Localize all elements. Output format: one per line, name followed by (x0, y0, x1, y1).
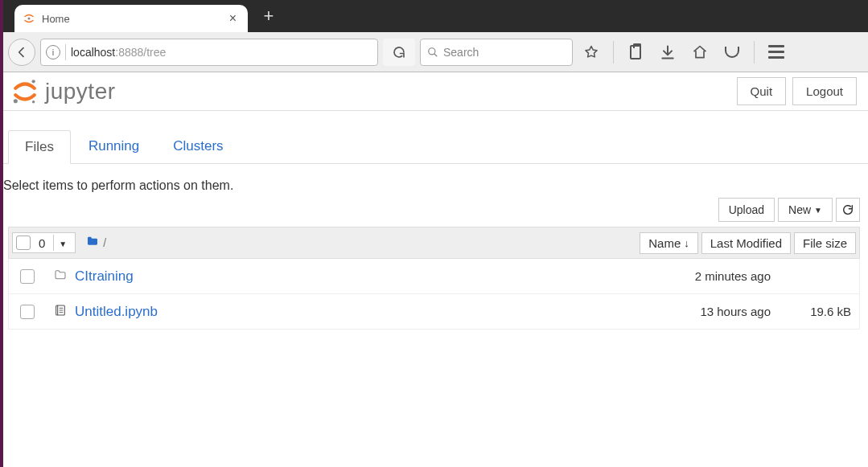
refresh-button[interactable] (383, 39, 415, 66)
file-modified: 13 hours ago (634, 305, 771, 318)
select-menu-toggle[interactable]: ▼ (53, 235, 72, 251)
sort-modified-button[interactable]: Last Modified (701, 232, 791, 254)
browser-tab-bar: Home × + (0, 0, 868, 32)
svg-point-4 (14, 99, 18, 103)
download-arrow-icon (660, 44, 676, 60)
action-row: Select items to perform actions on them. (0, 164, 868, 193)
column-header-bar: 0 ▼ / Name↓ Last Modified File size (8, 227, 860, 259)
sort-name-button[interactable]: Name↓ (640, 232, 698, 254)
jupyter-header: jupyter Quit Logout (0, 72, 868, 111)
select-all-control[interactable]: 0 ▼ (12, 232, 76, 253)
selection-instruction: Select items to perform actions on them. (0, 178, 233, 193)
os-left-strip (0, 0, 3, 330)
jupyter-brand-text: jupyter (45, 79, 116, 104)
star-icon (583, 44, 599, 60)
sort-size-button[interactable]: File size (794, 232, 856, 254)
home-button[interactable] (686, 39, 714, 66)
notebook-icon (52, 303, 68, 321)
close-tab-icon[interactable]: × (226, 11, 240, 26)
upload-button[interactable]: Upload (718, 198, 775, 222)
browser-tab-home[interactable]: Home × (14, 5, 248, 32)
tab-running[interactable]: Running (72, 130, 155, 163)
sort-arrow-down-icon: ↓ (684, 237, 689, 249)
folder-icon (85, 235, 100, 248)
new-tab-button[interactable]: + (257, 5, 280, 27)
jupyter-favicon-icon (23, 12, 35, 25)
row-checkbox[interactable] (20, 269, 35, 284)
breadcrumb-separator: / (103, 236, 106, 249)
folder-icon (52, 268, 68, 285)
tab-files[interactable]: Files (8, 130, 71, 164)
url-text: localhost:8888/tree (71, 46, 372, 59)
browser-tab-title: Home (42, 13, 220, 25)
pocket-icon (725, 47, 739, 58)
refresh-icon (392, 45, 406, 59)
selected-count: 0 (35, 236, 48, 250)
svg-point-3 (32, 80, 35, 83)
jupyter-logo-icon (11, 78, 39, 105)
file-size: 19.6 kB (771, 305, 859, 318)
file-row: Untitled.ipynb 13 hours ago 19.6 kB (8, 294, 860, 330)
new-button-label: New (788, 203, 811, 216)
caret-down-icon: ▼ (59, 240, 67, 248)
caret-down-icon: ▼ (814, 206, 822, 215)
refresh-file-list-button[interactable] (836, 198, 860, 222)
urlbar-separator (65, 44, 66, 60)
select-all-checkbox[interactable] (16, 236, 31, 250)
svg-point-0 (28, 18, 31, 20)
svg-line-2 (434, 53, 438, 56)
toolbar-separator-2 (754, 41, 755, 63)
downloads-button[interactable] (654, 39, 681, 66)
svg-point-5 (32, 100, 35, 103)
quit-button[interactable]: Quit (737, 77, 787, 105)
search-placeholder: Search (443, 46, 479, 59)
action-row-right: Upload New▼ (0, 193, 868, 227)
jupyter-tabs: Files Running Clusters (0, 111, 868, 164)
file-modified: 2 minutes ago (634, 269, 771, 283)
row-checkbox[interactable] (20, 305, 35, 319)
back-button[interactable] (8, 39, 35, 66)
magnifier-icon (427, 47, 438, 58)
refresh-icon (841, 203, 854, 216)
pocket-button[interactable] (718, 39, 746, 66)
site-info-icon[interactable]: i (46, 45, 60, 59)
library-button[interactable] (622, 39, 649, 66)
arrow-left-icon (15, 46, 28, 59)
svg-point-1 (429, 47, 435, 54)
breadcrumb-root[interactable] (85, 235, 100, 252)
browser-search-box[interactable]: Search (420, 39, 573, 66)
bookmark-star-button[interactable] (578, 39, 605, 66)
toolbar-separator (613, 41, 614, 63)
col-name-label: Name (648, 236, 681, 250)
jupyter-logo[interactable]: jupyter (11, 78, 116, 105)
clipboard-icon (630, 45, 641, 59)
url-bar[interactable]: i localhost:8888/tree (40, 39, 378, 66)
tab-clusters[interactable]: Clusters (157, 130, 239, 163)
file-link[interactable]: CItraining (75, 268, 134, 285)
browser-menu-button[interactable] (763, 39, 790, 66)
file-link[interactable]: Untitled.ipynb (75, 304, 158, 320)
new-button[interactable]: New▼ (778, 198, 833, 222)
home-icon (692, 44, 708, 60)
file-row: CItraining 2 minutes ago (8, 259, 860, 294)
logout-button[interactable]: Logout (792, 77, 857, 105)
browser-toolbar: i localhost:8888/tree Search (0, 32, 868, 72)
